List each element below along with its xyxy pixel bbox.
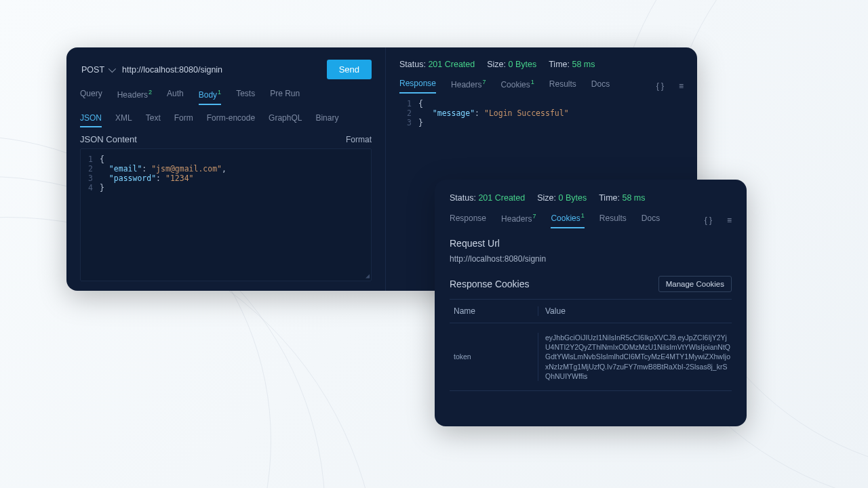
content-label: JSON Content xyxy=(80,134,137,144)
resize-handle-icon[interactable]: ◢ xyxy=(366,272,370,279)
bodytype-binary[interactable]: Binary xyxy=(315,113,338,127)
manage-cookies-button[interactable]: Manage Cookies xyxy=(658,276,732,292)
tab-body[interactable]: Body1 xyxy=(199,89,221,105)
table-row: token eyJhbGciOiJIUzI1NiIsInR5cCI6IkpXVC… xyxy=(450,323,732,391)
response-cookies-heading: Response Cookies xyxy=(450,279,530,289)
resp-tab-headers[interactable]: Headers7 xyxy=(451,79,486,94)
bodytype-xml[interactable]: XML xyxy=(115,113,132,127)
resp2-tab-headers[interactable]: Headers7 xyxy=(501,213,536,228)
send-button[interactable]: Send xyxy=(327,60,372,79)
cookie-name: token xyxy=(450,333,538,381)
resp2-tab-response[interactable]: Response xyxy=(450,214,486,227)
request-tabs: Query Headers2 Auth Body1 Tests Pre Run xyxy=(80,89,372,105)
request-url-value: http://localhost:8080/signin xyxy=(450,254,732,264)
response-tabs-2: Response Headers7 Cookies1 Results Docs … xyxy=(450,212,732,228)
response-tabs: Response Headers7 Cookies1 Results Docs … xyxy=(399,79,684,94)
tab-headers[interactable]: Headers2 xyxy=(117,89,152,105)
body-type-tabs: JSON XML Text Form Form-encode GraphQL B… xyxy=(80,113,372,127)
response-body[interactable]: 1{ 2 "message": "Login Successful" 3} xyxy=(399,99,684,127)
size-label: Size: xyxy=(487,60,506,69)
cookies-panel: Status: 201 Created Size: 0 Bytes Time: … xyxy=(435,180,747,426)
resp-tab-results[interactable]: Results xyxy=(549,79,576,93)
request-url-heading: Request Url xyxy=(450,238,732,249)
time-label-2: Time: xyxy=(599,193,620,203)
size-value: 0 Bytes xyxy=(509,60,537,69)
size-value-2: 0 Bytes xyxy=(559,193,587,203)
bodytype-formencode[interactable]: Form-encode xyxy=(207,113,255,127)
status-value-2: 201 Created xyxy=(478,193,525,203)
time-label: Time: xyxy=(549,60,570,69)
cookie-col-value: Value xyxy=(538,306,732,316)
bodytype-graphql[interactable]: GraphQL xyxy=(269,113,302,127)
resp2-tab-cookies[interactable]: Cookies1 xyxy=(551,212,584,228)
resp-tab-cookies[interactable]: Cookies1 xyxy=(500,79,534,94)
tab-prerun[interactable]: Pre Run xyxy=(270,89,300,105)
braces-icon[interactable]: { } xyxy=(656,81,664,91)
time-value: 58 ms xyxy=(572,60,595,69)
bodytype-form[interactable]: Form xyxy=(174,113,193,127)
cookie-col-name: Name xyxy=(450,306,538,316)
size-label-2: Size: xyxy=(537,193,556,203)
format-button[interactable]: Format xyxy=(346,135,372,144)
bodytype-text[interactable]: Text xyxy=(146,113,161,127)
cookie-value: eyJhbGciOiJIUzI1NiIsInR5cCI6IkpXVCJ9.eyJ… xyxy=(538,333,732,381)
method-label: POST xyxy=(81,65,104,75)
resp-tab-response[interactable]: Response xyxy=(399,79,436,94)
wrap-icon[interactable]: ≡ xyxy=(679,81,684,91)
status-value: 201 Created xyxy=(428,60,475,69)
braces-icon-2[interactable]: { } xyxy=(705,216,712,225)
method-select[interactable]: POST xyxy=(80,62,115,77)
bodytype-json[interactable]: JSON xyxy=(80,113,102,127)
tab-tests[interactable]: Tests xyxy=(236,89,255,105)
time-value-2: 58 ms xyxy=(622,193,645,203)
status-label: Status: xyxy=(399,60,426,69)
resp2-tab-docs[interactable]: Docs xyxy=(642,214,660,227)
cookie-table: Name Value token eyJhbGciOiJIUzI1NiIsInR… xyxy=(450,299,732,391)
tab-query[interactable]: Query xyxy=(80,89,102,105)
request-pane: POST Send Query Headers2 Auth Body1 Test… xyxy=(66,47,385,291)
json-editor[interactable]: 1{ 2 "email": "jsm@gmail.com", 3 "passwo… xyxy=(80,148,372,281)
url-input[interactable] xyxy=(122,65,320,75)
tab-auth[interactable]: Auth xyxy=(167,89,184,105)
resp2-tab-results[interactable]: Results xyxy=(599,214,627,227)
wrap-icon-2[interactable]: ≡ xyxy=(727,216,732,225)
chevron-down-icon xyxy=(108,64,116,72)
status-label-2: Status: xyxy=(450,193,476,203)
resp-tab-docs[interactable]: Docs xyxy=(591,79,610,93)
